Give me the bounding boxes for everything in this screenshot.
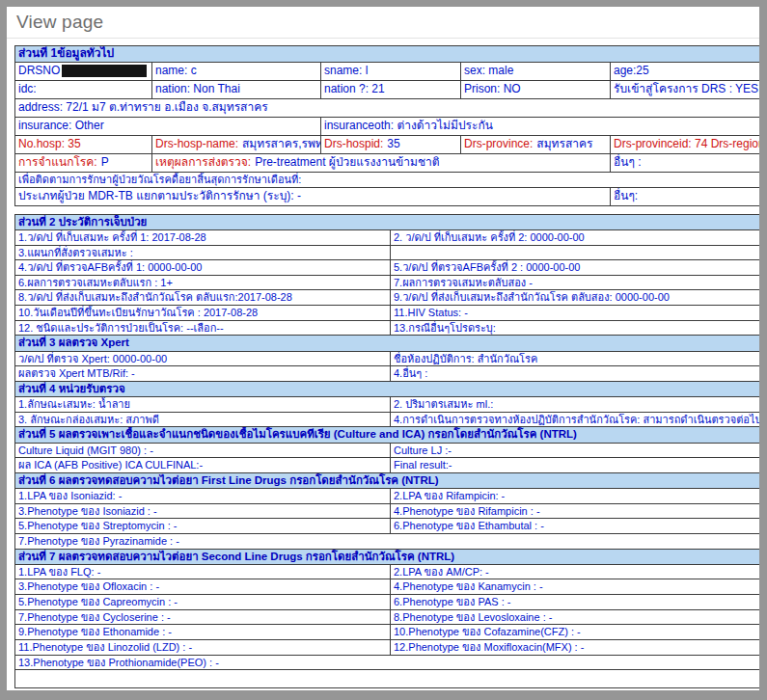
section6-header: ส่วนที่ 6 ผลตรวจทดสอบความไวต่อยา First L…	[15, 472, 767, 488]
table-row	[15, 670, 767, 688]
field-afb-date-1: 4.ว/ด/ป ที่ตรวจAFBครั้งที่ 1: 0000-00-00	[15, 260, 391, 276]
table-row: เพื่อติดตามการรักษาผู้ป่วยวัณโรคดื้อยาสิ…	[15, 173, 767, 188]
drs-hosp-name-value: สมุทรสาคร,รพท.	[242, 137, 320, 150]
drs-province-label: Drs-province:	[464, 137, 533, 150]
drs-hospid-label: Drs-hospid:	[324, 137, 383, 150]
table-row: insurance: Other insuranceoth: ต่างด้าวไ…	[15, 118, 767, 136]
field-sent-date-2: 9.ว/ด/ป ที่ส่งเก็บเสมหะถึงสำนักวัณโรค ตล…	[391, 290, 767, 306]
redacted-value	[62, 65, 147, 77]
title-divider	[7, 38, 759, 39]
section2-header: ส่วนที่ 2 ประวัติการเจ็บป่วย	[15, 214, 767, 229]
table-row: ผลตรวจ Xpert MTB/Rif: -4.อื่นๆ :	[15, 366, 767, 382]
field-address: address: 72/1 ม7 ต.ท่าทราย อ.เมือง จ.สมุ…	[15, 99, 767, 118]
field-lpa-isoniazid: 1.LPA ของ Isoniazid: -	[15, 489, 391, 504]
table-row: การจำแนกโรค:P เหตุผลการส่งตรวจ:Pre-treat…	[15, 154, 767, 173]
field-pheno-cofazamine: 10.Phenotype ของ Cofazamine(CFZ) : -	[391, 625, 767, 640]
field-lab-proceed: 4.การดำเนินการตรวจทางห้องปฏิบัติการสำนัก…	[391, 412, 767, 427]
field-sputum-volume: 2. ปริมาตรเสมหะ ml.:	[391, 397, 767, 413]
table-row: ส่วนที่ 5 ผลตรวจเพาะเชื้อและจำแนกชนิดของ…	[15, 427, 767, 443]
table-row: 10.วันเดือนปีที่ขึ้นทะเบียนรักษาวัณโรค :…	[15, 306, 767, 321]
field-pheno-moxifloxacin: 12.Phenotype ของ Moxifloxacin(MFX) : -	[391, 640, 767, 656]
table-row: 3.แผนกที่สั่งตรวจเสมหะ :	[15, 245, 767, 260]
field-sent-date-1: 8.ว/ด/ป ที่ส่งเก็บเสมหะถึงสำนักวัณโรค ตล…	[15, 290, 391, 306]
table-row: 3. ลักษณะกล่องเสมหะ: สภาพดี4.การดำเนินกา…	[15, 412, 767, 427]
field-pheno-isoniazid: 3.Phenotype ของ Isoniazid : -	[15, 503, 391, 519]
table-row: address: 72/1 ม7 ต.ท่าทราย อ.เมือง จ.สมุ…	[15, 99, 767, 118]
table-row: No.hosp: 35 Drs-hosp-name:สมุทรสาคร,รพท.…	[15, 136, 767, 154]
field-pheno-prothionamide: 13.Phenotype ของ Prothionamide(PEO) : -	[15, 655, 767, 670]
table-row: 7.Phenotype ของ Pyrazinamide : -	[15, 533, 767, 549]
field-insurance: insurance: Other	[15, 118, 321, 136]
field-nation: nation: Non Thai	[152, 81, 321, 99]
field-xpert-result: ผลตรวจ Xpert MTB/Rif: -	[15, 366, 391, 382]
drsno-label: DRSNO	[18, 64, 60, 77]
drs-province-value: สมุทรสาคร	[536, 137, 592, 150]
field-xpert-other: 4.อื่นๆ :	[391, 366, 767, 382]
field-final-result: Final result:-	[391, 458, 767, 473]
field-box-condition: 3. ลักษณะกล่องเสมหะ: สภาพดี	[15, 412, 391, 427]
field-pheno-kanamycin: 4.Phenotype ของ Kanamycin : -	[391, 579, 767, 595]
section7-header: ส่วนที่ 7 ผลตรวจทดสอบความไวต่อยา Second …	[15, 549, 767, 564]
field-ordering-dept: 3.แผนกที่สั่งตรวจเสมหะ :	[15, 245, 391, 260]
table-row: 6.ผลการตรวจเสมหะตลับแรก : 1+7.ผลการตรวจเ…	[15, 275, 767, 290]
field-culture-lj: Culture LJ :-	[391, 443, 767, 458]
section1-header: ส่วนที่ 1ข้อมูลทั่วไป	[15, 46, 767, 63]
table-row: 3.Phenotype ของ Ofloxacin : -4.Phenotype…	[15, 579, 767, 595]
field-ica-result: ผล ICA (AFB Positive) ICA CULFINAL:-	[15, 458, 391, 473]
classification-label: การจำแนกโรค:	[18, 155, 97, 169]
field-pheno-ofloxacin: 3.Phenotype ของ Ofloxacin : -	[15, 579, 391, 595]
field-drs-hosp-name: Drs-hosp-name:สมุทรสาคร,รพท.	[152, 136, 321, 154]
section3-header: ส่วนที่ 3 ผลตรวจ Xpert	[15, 336, 767, 351]
field-pheno-pyrazinamide: 7.Phenotype ของ Pyrazinamide : -	[15, 533, 767, 549]
table-row: 7.Phenotype ของ Cycloserine : -8.Phenoty…	[15, 609, 767, 625]
field-pheno-levosloxaine: 8.Phenotype ของ Levosloxaine : -	[391, 609, 767, 625]
field-drs-province: Drs-province:สมุทรสาคร	[461, 136, 611, 154]
field-disease-history: 12. ชนิดและประวัติการป่วยเป็นโรค: --เลือ…	[15, 320, 391, 336]
table-row: idc: nation: Non Thai nation ?: 21 Priso…	[15, 81, 767, 99]
field-culture-liquid: Culture Liquid (MGIT 980) : -	[15, 443, 391, 458]
field-other: อื่นๆ :	[611, 154, 767, 173]
field-sputum-result-2: 7.ผลการตรวจเสมหะตลับสอง -	[391, 275, 767, 290]
field-pheno-pas: 6.Phenotype ของ PAS : -	[391, 595, 767, 610]
table-row: 5.Phenotype ของ Streptomycin : -6.Phenot…	[15, 519, 767, 534]
table-row: Culture Liquid (MGIT 980) : -Culture LJ …	[15, 443, 767, 458]
field-prison: Prison: NO	[461, 81, 611, 99]
send-reason-value: Pre-treatment ผู้ป่วยแรงงานข้ามชาติ	[255, 155, 439, 169]
table-row: 12. ชนิดและประวัติการป่วยเป็นโรค: --เลือ…	[15, 320, 767, 336]
table-row: 8.ว/ด/ป ที่ส่งเก็บเสมหะถึงสำนักวัณโรค ตล…	[15, 290, 767, 306]
field-sex: sex: male	[461, 63, 611, 81]
table-row: ว/ด/ป ที่ตรวจ Xpert: 0000-00-00ชื่อห้องป…	[15, 351, 767, 366]
field-classification: การจำแนกโรค:P	[15, 154, 152, 173]
field-idc: idc:	[15, 81, 152, 99]
field-lpa-amcp: 2.LPA ของ AM/CP: -	[391, 564, 767, 579]
field-afb-date-2: 5.ว/ด/ป ที่ตรวจAFBครั้งที่ 2 : 0000-00-0…	[391, 260, 767, 276]
field-sputum-result-1: 6.ผลการตรวจเสมหะตลับแรก : 1+	[15, 275, 391, 290]
field-pheno-streptomycin: 5.Phenotype ของ Streptomycin : -	[15, 519, 391, 534]
field-sputum-date-1: 1.ว/ด/ป ที่เก็บเสมหะ ครั้งที่ 1: 2017-08…	[15, 229, 391, 245]
table-row: ส่วนที่ 6 ผลตรวจทดสอบความไวต่อยา First L…	[15, 472, 767, 488]
field-xpert-date: ว/ด/ป ที่ตรวจ Xpert: 0000-00-00	[15, 351, 391, 366]
field-insuranceoth: insuranceoth: ต่างด้าวไม่มีประกัน	[321, 118, 767, 136]
field-drs-project: รับเข้าสู่โครงการ DRS : YES	[611, 81, 767, 99]
table-row: ส่วนที่ 1ข้อมูลทั่วไป	[15, 46, 767, 63]
table-row: 1.LPA ของ Isoniazid: -2.LPA ของ Rifampic…	[15, 489, 767, 504]
table-row: 9.Phenotype ของ Ethonamide : -10.Phenoty…	[15, 625, 767, 640]
field-pheno-capreomycin: 5.Phenotype ของ Capreomycin : -	[15, 595, 391, 610]
field-drs-hospid: Drs-hospid:35	[321, 136, 461, 154]
table-row: ส่วนที่ 3 ผลตรวจ Xpert	[15, 336, 767, 351]
field-hiv-status: 11.HIV Status: -	[391, 306, 767, 321]
table-row: 1.ลักษณะเสมหะ: น้ำลาย2. ปริมาตรเสมหะ ml.…	[15, 397, 767, 413]
field-lab-name: ชื่อห้องปฏิบัติการ: สำนักวัณโรค	[391, 351, 767, 366]
field-name: name: c	[152, 63, 321, 81]
table-row: 4.ว/ด/ป ที่ตรวจAFBครั้งที่ 1: 0000-00-00…	[15, 260, 767, 276]
field-pheno-rifampicin: 4.Phenotype ของ Rifampicin : -	[391, 503, 767, 519]
field-pheno-cycloserine: 7.Phenotype ของ Cycloserine : -	[15, 609, 391, 625]
empty-row	[15, 670, 767, 688]
classification-value: P	[101, 155, 109, 169]
field-drsno: DRSNO	[15, 63, 152, 81]
drs-hosp-name-label: Drs-hosp-name:	[155, 137, 238, 150]
table-row: 1.ว/ด/ป ที่เก็บเสมหะ ครั้งที่ 1: 2017-08…	[15, 229, 767, 245]
lab-results-table: ส่วนที่ 2 ประวัติการเจ็บป่วย 1.ว/ด/ป ที่…	[14, 214, 767, 689]
field-no-hosp: No.hosp: 35	[15, 136, 152, 154]
field-send-reason: เหตุผลการส่งตรวจ:Pre-treatment ผู้ป่วยแร…	[152, 154, 611, 173]
